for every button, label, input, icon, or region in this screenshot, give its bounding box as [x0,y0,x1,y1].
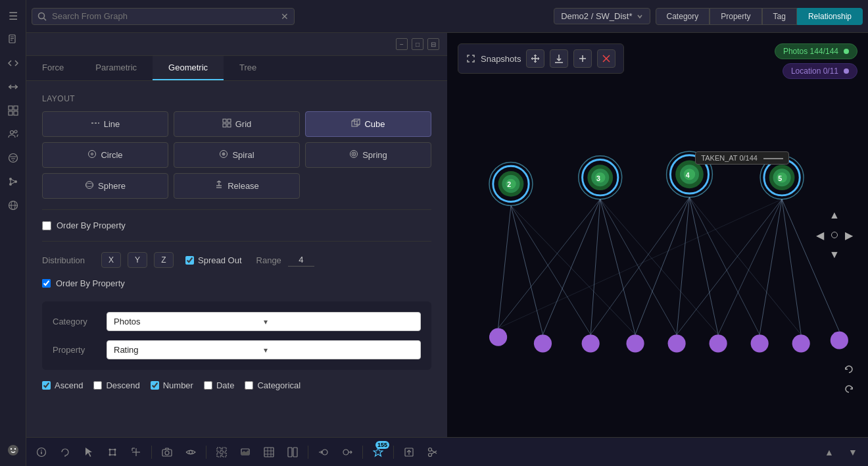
arrows-icon[interactable] [3,76,24,97]
nav-left-btn[interactable]: ◀ [811,226,829,244]
nav-down-btn[interactable]: ▼ [826,246,843,263]
rotate-cw-btn[interactable] [840,380,857,398]
property-value: Rating [114,345,264,355]
photo2-btn[interactable] [235,442,255,462]
scissors-tool-btn[interactable] [423,442,443,462]
scale-tool-btn[interactable] [126,442,146,462]
tab-geometric[interactable]: Geometric [153,56,224,80]
down-arrow-btn[interactable]: ▼ [843,442,863,462]
layout-btn-release[interactable]: Release [174,173,300,199]
snap-add-btn[interactable] [573,49,592,68]
nav-right-btn[interactable]: ▶ [840,226,857,244]
rotate-ccw-btn[interactable] [840,361,857,378]
face-icon[interactable] [3,440,24,461]
project-selector[interactable]: Demo2 / SW_Dist* [554,8,650,24]
svg-point-121 [114,448,116,450]
axis-x-btn[interactable]: X [101,252,121,268]
location-badge: Location 0/11 [783,63,857,79]
order-by-property-bottom: Order By Property [42,278,431,288]
graph-area[interactable]: 2 3 4 [447,33,868,437]
tab-force[interactable]: Force [26,56,80,80]
graph-svg: 2 3 4 [447,33,868,437]
number-label: Number [163,380,193,390]
search-input[interactable] [52,11,276,21]
up-arrow-btn[interactable]: ▲ [819,442,839,462]
transform-tool-btn[interactable] [103,442,122,462]
svg-point-44 [350,151,358,158]
eye-tool-btn[interactable] [181,442,201,462]
sort-row: Ascend Descend Number Date [42,380,431,390]
select-all-btn[interactable] [212,442,231,462]
ascend-checkbox[interactable] [42,381,51,390]
toolbar-sep-3 [308,446,308,459]
snap-move-btn[interactable] [526,49,544,68]
svg-point-55 [626,334,644,352]
search-clear-icon[interactable]: ✕ [281,11,289,22]
layout-btn-grid[interactable]: Grid [174,111,300,137]
snap-download-btn[interactable] [550,49,568,68]
order-by-property-bottom-checkbox[interactable] [42,279,51,288]
svg-line-93 [591,197,689,334]
restore-button[interactable]: ⊟ [427,38,439,50]
layout-btn-spring[interactable]: Spring [305,142,431,168]
photos-badge-dot [844,49,849,54]
sort-ascend: Ascend [42,380,83,390]
grid2-btn[interactable] [259,442,279,462]
grid-icon[interactable] [3,100,24,121]
layout-btn-spiral[interactable]: Spiral [174,142,300,168]
info-tool-btn[interactable] [32,442,51,462]
svg-rect-119 [110,450,115,455]
svg-rect-143 [293,448,297,457]
axis-y-btn[interactable]: Y [128,252,147,268]
menu-icon[interactable]: ☰ [3,5,24,26]
export-tool-btn[interactable] [399,442,419,462]
code-icon[interactable] [3,53,24,74]
spread-out-checkbox[interactable] [185,256,194,265]
snapshots-bar: Snapshots [458,43,624,74]
nav-up-btn[interactable]: ▲ [826,207,843,224]
branch-icon[interactable] [3,171,24,192]
svg-line-19 [11,180,14,181]
document-icon[interactable] [3,29,24,50]
tab-category[interactable]: Category [656,8,710,25]
cube-icon [351,118,360,130]
order-by-property-top-checkbox[interactable] [42,221,51,230]
camera-tool-btn[interactable] [157,442,177,462]
layout-btn-cube[interactable]: Cube [305,111,431,137]
snap-close-btn[interactable] [597,49,615,68]
tab-relationship[interactable]: Relationship [797,8,863,25]
tab-parametric[interactable]: Parametric [80,56,153,80]
tab-tree[interactable]: Tree [224,56,272,80]
expand2-btn[interactable] [283,442,302,462]
tab-property[interactable]: Property [710,8,761,25]
svg-point-123 [114,453,116,455]
lasso-tool-btn[interactable] [55,442,75,462]
pin-badge: 155 [375,441,389,449]
arrow-in-btn[interactable] [314,442,333,462]
svg-rect-133 [217,453,221,457]
svg-rect-132 [222,448,226,452]
layout-btn-circle[interactable]: Circle [42,142,168,168]
categorical-checkbox[interactable] [245,381,253,390]
pin-tool-btn[interactable]: 155 [368,442,388,462]
tab-tag[interactable]: Tag [762,8,797,25]
users-icon[interactable] [3,124,24,145]
cursor-tool-btn[interactable] [79,442,99,462]
layout-btn-sphere[interactable]: Sphere [42,173,168,199]
arrow-out-btn[interactable] [337,442,357,462]
number-checkbox[interactable] [151,381,159,390]
axis-z-btn[interactable]: Z [154,252,174,268]
date-checkbox[interactable] [204,381,212,390]
nav-center-dot[interactable] [831,232,838,238]
property-select[interactable]: Rating ▾ [107,340,421,359]
descend-checkbox[interactable] [93,381,102,390]
svg-point-10 [14,130,17,133]
layout-btn-line[interactable]: Line [42,111,168,137]
filter-icon[interactable] [3,147,24,168]
globe-icon[interactable] [3,195,24,216]
range-input[interactable] [288,253,314,267]
category-select[interactable]: Photos ▾ [107,312,421,331]
maximize-button[interactable]: □ [412,38,423,50]
search-box[interactable]: ✕ [32,8,295,25]
minimize-button[interactable]: − [396,38,408,50]
